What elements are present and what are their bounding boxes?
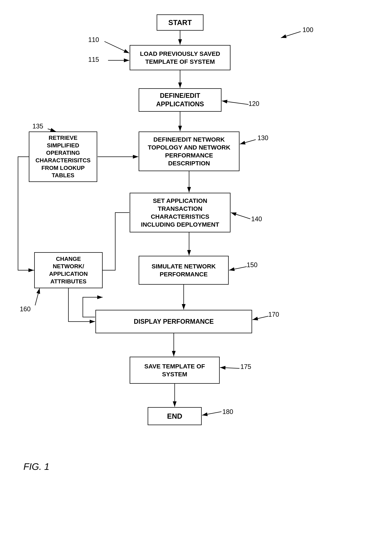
ref-115: 115 [88, 56, 99, 63]
simulate-box: SIMULATE NETWORK PERFORMANCE [139, 256, 229, 285]
end-box: END [148, 407, 202, 425]
ref-140: 140 [251, 215, 262, 223]
ref-175: 175 [240, 363, 251, 371]
svg-line-2 [105, 41, 129, 53]
define-apps-box: DEFINE/EDIT APPLICATIONS [139, 88, 221, 112]
svg-line-12 [231, 212, 250, 219]
save-template-box: SAVE TEMPLATE OF SYSTEM [130, 357, 220, 384]
svg-line-16 [35, 288, 40, 305]
ref-120: 120 [249, 100, 259, 108]
ref-160: 160 [20, 305, 31, 313]
retrieve-box: RETRIEVE SIMPLIFIED OPERATING CHARACTERI… [29, 131, 97, 182]
svg-line-7 [240, 140, 256, 144]
define-network-box: DEFINE/EDIT NETWORK TOPOLOGY AND NETWORK… [139, 131, 239, 171]
svg-line-13 [229, 267, 247, 270]
change-network-box: CHANGE NETWORK/ APPLICATION ATTRIBUTES [34, 252, 103, 288]
flowchart-diagram: START LOAD PREVIOUSLY SAVED TEMPLATE OF … [0, 0, 392, 539]
svg-line-8 [48, 129, 56, 131]
load-template-box: LOAD PREVIOUSLY SAVED TEMPLATE OF SYSTEM [130, 45, 230, 70]
ref-130: 130 [258, 134, 268, 142]
start-box: START [157, 14, 203, 31]
figure-label: FIG. 1 [24, 461, 49, 472]
ref-135: 135 [32, 122, 43, 130]
svg-line-18 [220, 367, 239, 368]
set-app-box: SET APPLICATION TRANSACTION CHARACTERIST… [130, 193, 230, 232]
ref-100: 100 [302, 26, 313, 34]
svg-line-17 [253, 316, 268, 320]
ref-110: 110 [88, 36, 99, 43]
ref-150: 150 [247, 261, 258, 269]
display-box: DISPLAY PERFORMANCE [96, 310, 252, 333]
svg-line-20 [202, 412, 221, 415]
svg-line-6 [222, 101, 249, 105]
ref-180: 180 [222, 408, 233, 416]
ref-170: 170 [268, 311, 279, 318]
svg-line-21 [281, 32, 301, 38]
